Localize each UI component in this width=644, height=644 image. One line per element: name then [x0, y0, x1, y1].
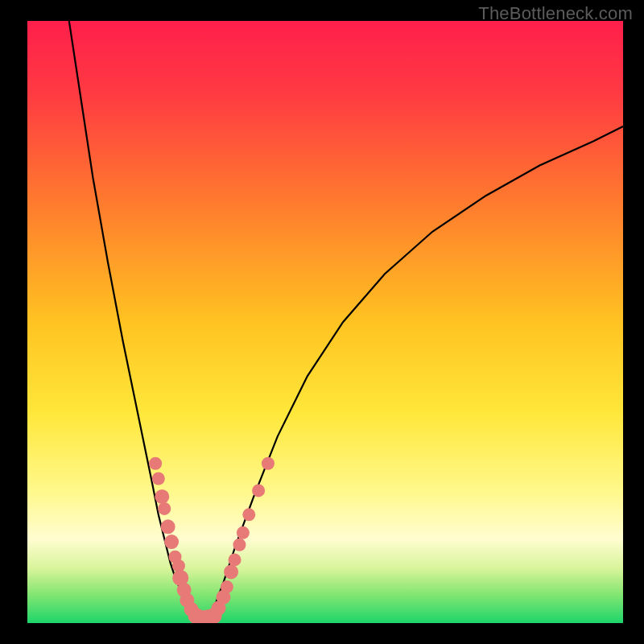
scatter-point [161, 519, 175, 534]
scatter-point [152, 472, 165, 485]
scatter-point [229, 553, 242, 566]
scatter-point [155, 489, 169, 504]
scatter-point [233, 539, 246, 551]
chart-frame: TheBottleneck.com [0, 0, 644, 644]
scatter-point [158, 502, 171, 515]
scatter-point [252, 484, 265, 497]
scatter-point [149, 457, 162, 470]
scatter-point [164, 535, 179, 549]
gradient-background [27, 21, 623, 623]
plot-area [27, 21, 623, 623]
scatter-point [242, 508, 255, 521]
chart-svg [27, 21, 623, 623]
scatter-point [262, 457, 275, 470]
scatter-point [224, 564, 238, 579]
scatter-point [237, 526, 250, 539]
scatter-point [221, 580, 233, 593]
